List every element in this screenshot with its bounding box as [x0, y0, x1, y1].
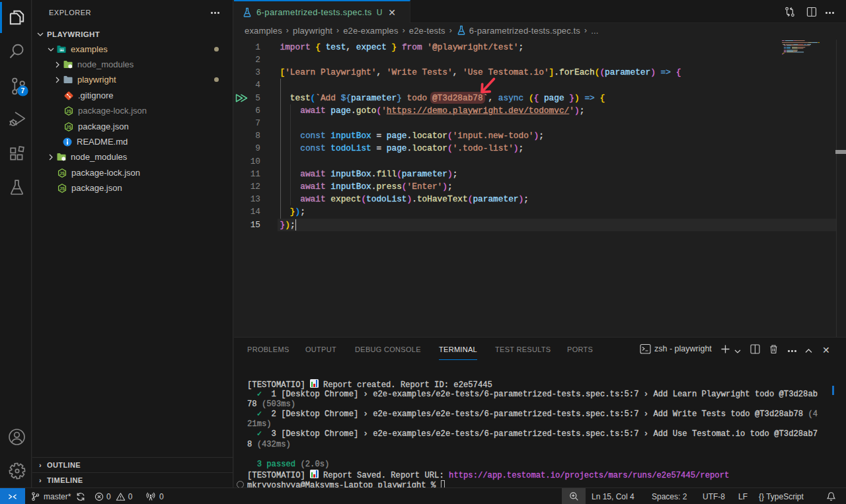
svg-text:7: 7 [20, 88, 24, 95]
svg-text:JS: JS [66, 108, 72, 113]
svg-text:JS: JS [66, 124, 72, 129]
svg-text:JS: JS [59, 186, 65, 190]
svg-text:JS: JS [59, 170, 65, 175]
